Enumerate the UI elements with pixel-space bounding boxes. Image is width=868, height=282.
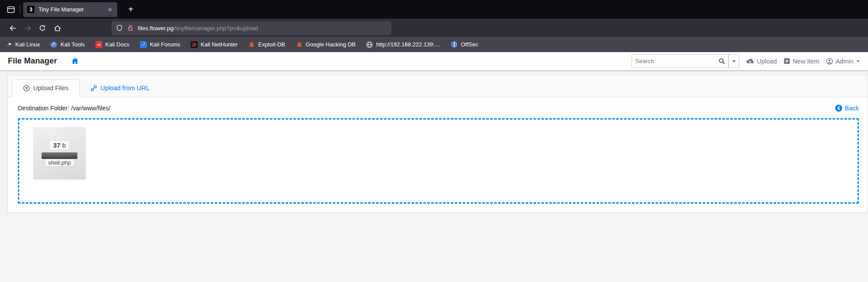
tab-title: Tiny File Manager [38, 6, 107, 13]
browser-nav-toolbar: files.flower.pg/tinyfilemanager.php?p=&u… [0, 19, 868, 37]
forward-icon [20, 21, 35, 35]
globe-icon [366, 41, 373, 48]
uploaded-file-preview[interactable]: 37 b shell.php [33, 127, 86, 180]
upload-button[interactable]: Upload [746, 58, 777, 65]
bookmark-label: Kali NetHunter [201, 41, 238, 48]
bookmark-kali-docs[interactable]: Kali Docs [95, 41, 129, 48]
insecure-lock-icon[interactable] [127, 25, 134, 32]
home-icon[interactable] [50, 21, 65, 35]
bookmark-exploit-db[interactable]: Exploit-DB [248, 41, 285, 48]
tab-upload-from-url[interactable]: Upload from URL [80, 79, 160, 97]
dropzone[interactable]: 37 b shell.php [18, 118, 859, 204]
arrow-left-circle-icon [835, 105, 842, 112]
bookmark-kali-linux[interactable]: Kali Linux [5, 41, 40, 48]
app-home-icon[interactable] [71, 57, 79, 65]
file-name: shell.php [45, 159, 73, 166]
bookmark-google-hacking-db[interactable]: Google Hacking DB [296, 41, 356, 48]
tab-label: Upload Files [33, 85, 69, 92]
back-link[interactable]: Back [835, 105, 859, 112]
upload-label: Upload [757, 58, 777, 65]
kali-dragon-icon [5, 41, 12, 48]
bookmark-ip-address[interactable]: http://192.168.222.139:… [366, 41, 440, 48]
app-header: File Manager Upload New Item [0, 52, 868, 70]
bookmark-offsec[interactable]: OffSec [451, 41, 478, 48]
destination-folder-label: Destination Folder: /var/www/files/ [18, 105, 111, 112]
bookmark-label: Kali Forums [150, 41, 180, 48]
bookmark-label: Kali Tools [60, 41, 84, 48]
bookmark-kali-forums[interactable]: Kali Forums [140, 41, 180, 48]
search-input[interactable] [631, 54, 715, 68]
bookmark-kali-nethunter[interactable]: Kali NetHunter [191, 41, 238, 48]
bookmark-label: OffSec [461, 41, 478, 48]
header-actions: Upload New Item Admin [631, 54, 860, 68]
new-item-label: New Item [793, 58, 819, 65]
back-label: Back [845, 105, 859, 112]
bookmark-label: Google Hacking DB [306, 41, 356, 48]
arrow-up-circle-icon [23, 85, 30, 92]
bookmark-kali-tools[interactable]: Kali Tools [50, 41, 84, 48]
upload-progress-fill [42, 152, 77, 159]
admin-menu-button[interactable]: Admin [826, 58, 860, 65]
site-favicon: 3 [27, 6, 35, 13]
upload-card-header: Upload Files Upload from URL [8, 75, 868, 97]
upload-tabs: Upload Files Upload from URL [12, 79, 863, 97]
admin-label: Admin [836, 58, 854, 65]
bookmark-label: Exploit-DB [258, 41, 285, 48]
search-icon[interactable] [715, 54, 729, 68]
browser-tab-active[interactable]: 3 Tiny File Manager × [23, 2, 117, 17]
upload-card: Upload Files Upload from URL Destination… [7, 75, 868, 213]
new-item-button[interactable]: New Item [784, 58, 819, 65]
bookmark-label: Kali Linux [15, 41, 40, 48]
tab-separator [20, 5, 20, 14]
bookmark-label: http://192.168.222.139:… [376, 41, 440, 48]
kali-forums-icon [140, 41, 147, 48]
tab-upload-files[interactable]: Upload Files [12, 79, 80, 97]
bookmark-label: Kali Docs [105, 41, 129, 48]
cloud-upload-icon [746, 58, 754, 64]
file-size: 37 b [50, 141, 68, 149]
firefox-view-icon[interactable] [4, 3, 17, 16]
search-options-caret-icon[interactable] [729, 54, 739, 68]
tab-close-icon[interactable]: × [107, 6, 113, 13]
url-host: files.flower.pg [138, 25, 174, 32]
search-group [631, 54, 739, 68]
page-title: File Manager [8, 56, 57, 66]
upload-card-body: Destination Folder: /var/www/files/ Back… [8, 97, 868, 212]
admin-caret-icon [856, 60, 860, 63]
bug-icon [248, 41, 255, 48]
destination-row: Destination Folder: /var/www/files/ Back [18, 105, 859, 112]
new-tab-button[interactable]: + [124, 3, 137, 16]
person-circle-icon [826, 58, 833, 65]
tracking-shield-icon[interactable] [116, 25, 123, 32]
url-text: files.flower.pg/tinyfilemanager.php?p=&u… [138, 25, 258, 32]
tab-label: Upload from URL [101, 85, 150, 92]
kali-docs-icon [95, 41, 102, 48]
kali-tools-icon [50, 41, 57, 48]
reload-icon[interactable] [35, 21, 50, 35]
url-bar[interactable]: files.flower.pg/tinyfilemanager.php?p=&u… [112, 21, 391, 35]
upload-progress-bar [42, 152, 77, 159]
plus-square-icon [784, 58, 790, 64]
browser-tab-bar: 3 Tiny File Manager × + [0, 0, 868, 19]
kali-nethunter-icon [191, 41, 198, 48]
link-icon [91, 85, 97, 92]
offsec-icon [451, 41, 458, 48]
bug-icon [296, 41, 303, 48]
bookmarks-bar: Kali Linux Kali Tools Kali Docs Kali For… [0, 37, 868, 52]
url-path: /tinyfilemanager.php?p=&upload [174, 25, 258, 32]
main-content: Upload Files Upload from URL Destination… [0, 70, 868, 213]
back-icon[interactable] [5, 21, 20, 35]
